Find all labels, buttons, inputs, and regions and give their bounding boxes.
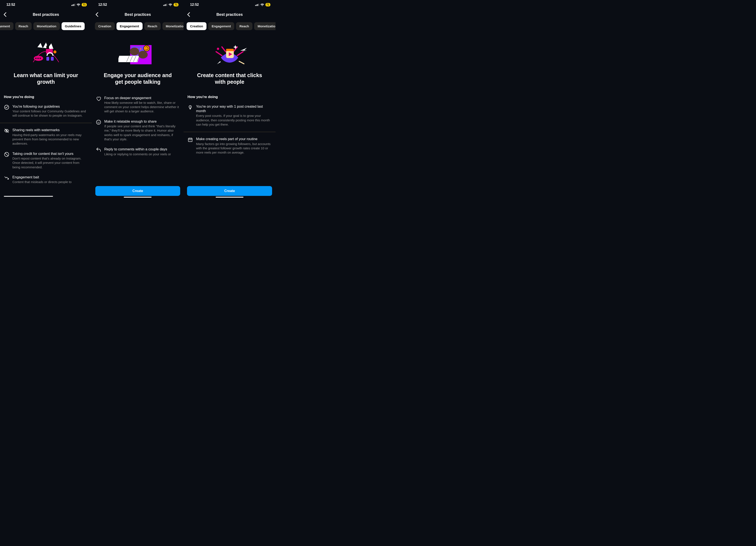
content-area[interactable]: Engage your audience and get people talk… (92, 33, 184, 184)
battery-indicator: 71 (265, 3, 270, 6)
svg-rect-8 (51, 57, 54, 61)
tab-creation[interactable]: Creation (187, 22, 206, 30)
create-button[interactable]: Create (187, 186, 272, 196)
status-time: 12:52 (6, 3, 15, 7)
screen-engagement: 12:52 71 Best practices Creation Engagem… (92, 0, 184, 199)
item-desc: Content that misleads or directs people … (12, 180, 88, 184)
reply-icon (96, 147, 101, 156)
item-title: Taking credit for content that isn't you… (12, 152, 88, 156)
svg-point-43 (189, 140, 190, 140)
back-button[interactable] (94, 10, 100, 19)
home-indicator (124, 197, 152, 198)
svg-point-29 (138, 51, 148, 59)
svg-point-37 (217, 48, 219, 50)
item-desc: Many factors go into growing followers, … (196, 142, 272, 155)
tab-reach[interactable]: Reach (15, 22, 32, 30)
list-item: Make it relatable enough to share If peo… (92, 117, 184, 145)
hero-title: Learn what can limit your growth (4, 69, 88, 85)
svg-point-6 (40, 58, 41, 59)
nav-title: Best practices (0, 12, 92, 17)
svg-point-28 (130, 48, 139, 55)
eye-off-icon (4, 128, 9, 146)
item-desc: Don't repost content that's already on I… (12, 156, 88, 170)
status-bar: 12:52 71 (92, 0, 184, 9)
lightbulb-icon (187, 104, 193, 127)
svg-point-31 (96, 120, 101, 124)
tab-engagement[interactable]: Engagement (116, 22, 143, 30)
tab-creation[interactable]: Creation (95, 22, 115, 30)
item-desc: How likely someone will be to watch, lik… (104, 101, 180, 114)
divider (184, 131, 276, 133)
status-right: 71 (163, 3, 178, 6)
status-bar: 12:52 71 (184, 0, 276, 9)
svg-point-45 (191, 140, 191, 140)
item-title: Sharing reels with watermarks (12, 128, 88, 132)
check-circle-icon (4, 104, 9, 118)
list-item: Taking credit for content that isn't you… (0, 149, 92, 173)
item-desc: Liking or replying to comments on your r… (104, 152, 180, 156)
cellular-icon (71, 3, 75, 6)
content-area[interactable]: Learn what can limit your growth How you… (0, 33, 92, 199)
tab-engagement[interactable]: Engagement (208, 22, 234, 30)
svg-point-5 (37, 58, 39, 59)
tab-engagement[interactable]: gagement (0, 22, 13, 30)
back-button[interactable] (2, 10, 8, 19)
item-title: Engagement bait (12, 175, 88, 180)
back-button[interactable] (185, 10, 192, 19)
item-title: Make it relatable enough to share (104, 119, 180, 124)
battery-indicator: 71 (174, 3, 178, 6)
svg-point-30 (144, 45, 150, 51)
tabs-row[interactable]: Creation Engagement Reach Monetization (184, 20, 276, 33)
hero-title: Create content that clicks with people (188, 69, 271, 85)
svg-rect-35 (226, 49, 234, 51)
calendar-icon (187, 137, 193, 155)
divider (0, 122, 92, 124)
tab-reach[interactable]: Reach (144, 22, 161, 30)
svg-rect-1 (46, 46, 49, 49)
tab-guidelines[interactable]: Guidelines (62, 22, 85, 30)
hero-title: Engage your audience and get people talk… (96, 69, 180, 85)
wifi-icon (77, 3, 80, 6)
list-item: You're on your way with 1 post created l… (184, 102, 276, 130)
content-area[interactable]: Create content that clicks with people H… (184, 33, 276, 184)
tab-reach[interactable]: Reach (236, 22, 252, 30)
status-right: 71 (255, 3, 270, 6)
item-title: You're on your way with 1 post created l… (196, 104, 272, 113)
svg-point-9 (53, 50, 56, 53)
tabs-row[interactable]: gagement Reach Monetization Guidelines (0, 20, 92, 33)
cellular-icon (255, 3, 259, 6)
no-circle-icon (4, 152, 9, 170)
svg-point-33 (99, 122, 99, 122)
section-label: How you're doing (0, 89, 92, 102)
svg-point-32 (98, 122, 98, 122)
svg-point-4 (35, 58, 37, 59)
item-desc: Your content follows our Community Guide… (12, 109, 88, 118)
list-item: Reply to comments within a couple days L… (92, 145, 184, 160)
tab-monetization[interactable]: Monetization (33, 22, 60, 30)
status-right: 71 (71, 3, 87, 6)
scroll-indicator (4, 196, 53, 197)
nav-bar: Best practices (0, 9, 92, 20)
svg-line-14 (5, 153, 8, 156)
wifi-icon (260, 3, 264, 6)
home-indicator (216, 197, 243, 198)
tabs-row[interactable]: Creation Engagement Reach Monetization (92, 20, 184, 33)
status-time: 12:52 (190, 3, 199, 7)
status-time: 12:52 (98, 3, 107, 7)
nav-bar: Best practices (92, 9, 184, 20)
item-title: You're following our guidelines (12, 104, 88, 109)
svg-rect-2 (49, 46, 52, 49)
trend-down-icon (4, 175, 9, 184)
battery-indicator: 71 (82, 3, 87, 6)
tab-monetization[interactable]: Monetization (254, 22, 276, 30)
tab-monetization[interactable]: Monetization (162, 22, 184, 30)
item-desc: Every post counts. If your goal is to gr… (196, 114, 272, 127)
list-item: Focus on deeper engagement How likely so… (92, 94, 184, 117)
create-button[interactable]: Create (95, 186, 180, 196)
list-item: You're following our guidelines Your con… (0, 102, 92, 121)
nav-title: Best practices (92, 12, 184, 17)
list-item: Sharing reels with watermarks Having thi… (0, 126, 92, 149)
cellular-icon (163, 3, 167, 6)
smile-icon (96, 119, 101, 141)
hero: Engage your audience and get people talk… (92, 33, 184, 89)
